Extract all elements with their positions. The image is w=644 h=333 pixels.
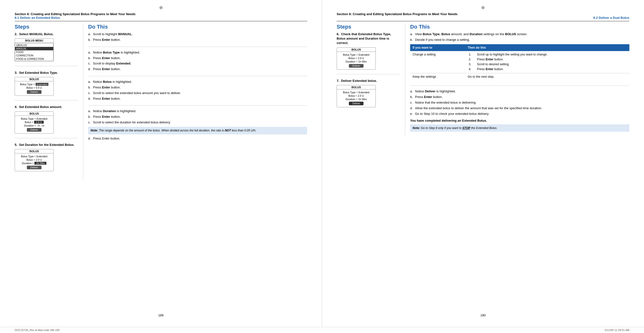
do-3b: b.Press Enter button. (88, 56, 307, 61)
do-column-right: Do This a. View Bolus Type, Bolus amount… (405, 24, 629, 135)
do-column-left: Do This a.Scroll to highlight MANUAL. b.… (83, 24, 307, 180)
step-7-device: BOLUS Bolus Type = Extended Bolus = 2.0 … (337, 85, 376, 107)
step-4-device: BOLUS Bolus Type = Extended Bolus = 2.0 … (15, 111, 54, 134)
steps-header-left: Steps (15, 24, 78, 30)
do-7c: c.Notice that the extended bolus is deli… (410, 100, 629, 105)
step-6: 6. Check that Extended Bolus Type, Bolus… (337, 32, 400, 74)
step-5-device: BOLUS Bolus Type = Extended Bolus = 2.0 … (15, 149, 54, 171)
do-7b: b.Press Enter button. (410, 95, 629, 99)
page-num-left: 189 (0, 308, 322, 319)
do-3c: c.Scroll to display Extended. (88, 61, 307, 66)
page-num-right: 190 (322, 308, 644, 319)
do-2a: a.Scroll to highlight MANUAL. (88, 32, 307, 37)
step-6-title: 6. Check that Extended Bolus Type, Bolus… (337, 32, 400, 46)
do-6b: b. Decide if you need to change a settin… (410, 38, 629, 42)
section-title-right: Section 8: Creating and Editing Speciali… (337, 12, 629, 16)
do-3d: d.Press Enter button. (88, 67, 307, 72)
do-step-5: a.Notice Duration is highlighted. b.Pres… (88, 109, 307, 141)
crosshair-top: ⊕ (159, 5, 163, 10)
do-5d: d.Press Enter button. (88, 136, 307, 141)
do-header-left: Do This (88, 24, 307, 30)
do-header-right: Do This (410, 24, 629, 30)
page-right: ⊕ Section 8: Creating and Editing Specia… (322, 0, 644, 327)
step-5: 5. Set Duration for the Extended Bolus. … (15, 143, 78, 176)
section-title-left: Section 8: Creating and Editing Speciali… (15, 12, 307, 16)
footer-date: 2/11/09 11:29:51 AM (604, 328, 629, 331)
step-4: 4. Set Extended Bolus amount. BOLUS Bolu… (15, 105, 78, 138)
do-5a: a.Notice Duration is highlighted. (88, 109, 307, 114)
note-box-step7: Note: Go to Step 8 only if you want to S… (410, 124, 629, 132)
table-row-keep: Keep the settings Go to the next step. (410, 73, 629, 80)
table-header-if: If you want to (410, 44, 465, 51)
table-cell-change-label: Change a setting (410, 51, 465, 73)
note-box-step5: Note: The range depends on the amount of… (88, 127, 307, 134)
do-7a: a.Notice Deliver is highlighted. (410, 89, 629, 94)
steps-column-left: Steps 2. Select MANUAL Bolus. BOLUS MENU… (15, 24, 83, 180)
steps-header-right: Steps (337, 24, 400, 30)
section-header-left: Section 8: Creating and Editing Speciali… (15, 12, 307, 20)
section-subtitle-left: 8.1 Deliver an Extended Bolus (15, 16, 307, 20)
step-3-title: 3. Set Extended Bolus Type. (15, 71, 78, 75)
do-7d: d.Allow the extended bolus to deliver th… (410, 106, 629, 111)
table-cell-keep-label: Keep the settings (410, 73, 465, 80)
do-5b: b.Press Enter button. (88, 115, 307, 119)
step-5-title: 5. Set Duration for the Extended Bolus. (15, 143, 78, 147)
step-3: 3. Set Extended Bolus Type. BOLUS Bolus … (15, 71, 78, 100)
step-6-device: BOLUS Bolus Type = Extended Bolus = 2.0 … (337, 47, 376, 70)
do-step-4: a.Notice Bolus is highlighted. b.Press E… (88, 80, 307, 106)
table-row-change: Change a setting Scroll up to highlight … (410, 51, 629, 73)
do-6-table: If you want to Then do this Change a set… (410, 44, 629, 80)
step-7-title: 7. Deliver Extended bolus. (337, 79, 400, 83)
do-4c: c.Scroll to select the extended bolus am… (88, 91, 307, 96)
table-cell-change-steps: Scroll up to highlight the setting you w… (465, 51, 629, 73)
steps-column-right: Steps 6. Check that Extended Bolus Type,… (337, 24, 405, 135)
page-left: ⊕ Section 8: Creating and Editing Specia… (0, 0, 322, 327)
do-2b: b.Press Enter button. (88, 38, 307, 42)
step-3-device: BOLUS Bolus Type = Extended Bolus = 0.0 … (15, 77, 54, 96)
step-2: 2. Select MANUAL Bolus. BOLUS MENU QBOLU… (15, 32, 78, 66)
do-4d: d.Press Enter button. (88, 97, 307, 101)
do-6a: a. View Bolus Type, Bolus amount, and Du… (410, 32, 629, 37)
completed-text: You have completed delivering an Extende… (410, 119, 629, 122)
settings-table: If you want to Then do this Change a set… (410, 44, 629, 80)
do-5-note: Note: The range depends on the amount of… (88, 127, 307, 134)
do-step-2: a.Scroll to highlight MANUAL. b.Press En… (88, 32, 307, 47)
section-subtitle-right: 8.2 Deliver a Dual Bolus (337, 16, 629, 20)
step-4-title: 4. Set Extended Bolus amount. (15, 105, 78, 109)
do-7e: e.Go to Step 10 to check your extended b… (410, 112, 629, 116)
do-step-6: a. View Bolus Type, Bolus amount, and Du… (410, 32, 629, 86)
do-3a: a.Notice Bolus Type is highlighted. (88, 50, 307, 55)
step-2-title: 2. Select MANUAL Bolus. (15, 32, 78, 37)
footer-doc-num: DOC15736_Rev-A-Man.indd 189-190 (15, 328, 60, 331)
section-header-right: Section 8: Creating and Editing Speciali… (337, 12, 629, 20)
do-5c: c.Scroll to select the duration for exte… (88, 120, 307, 125)
do-4b: b.Press Enter button. (88, 85, 307, 90)
crosshair-top-right: ⊕ (481, 5, 485, 10)
table-cell-keep-steps: Go to the next step. (465, 73, 629, 80)
step-2-device: BOLUS MENU QBOLUS MANUAL FOOD CORRECTION… (15, 38, 54, 62)
do-step-7: a.Notice Deliver is highlighted. b.Press… (410, 89, 629, 132)
do-step-3: a.Notice Bolus Type is highlighted. b.Pr… (88, 50, 307, 76)
do-4a: a.Notice Bolus is highlighted. (88, 80, 307, 84)
step-7: 7. Deliver Extended bolus. BOLUS Bolus T… (337, 79, 400, 112)
table-header-then: Then do this (465, 44, 629, 51)
